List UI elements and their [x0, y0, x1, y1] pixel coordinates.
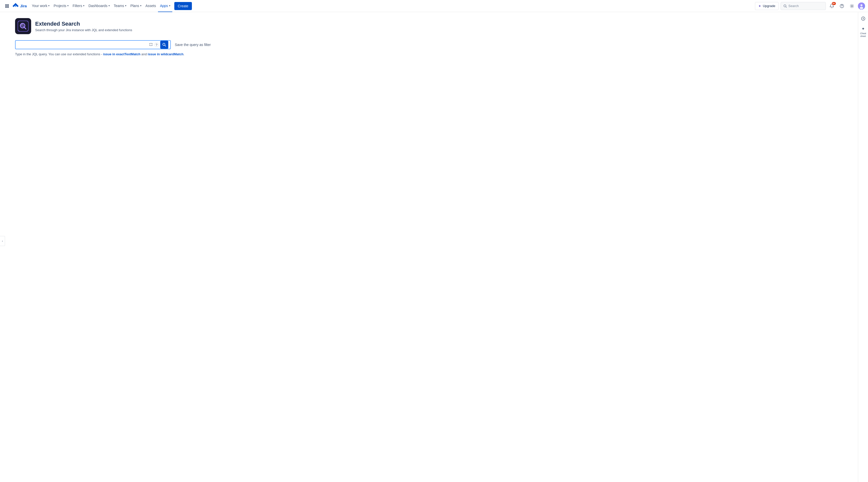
svg-rect-0: [5, 4, 6, 5]
main-wrapper: Extended Search Search through your Jira…: [0, 12, 868, 482]
nav-label: Dashboards: [88, 4, 107, 8]
svg-line-10: [786, 6, 787, 7]
notification-badge: 9+: [832, 2, 836, 5]
jql-input[interactable]: [18, 43, 148, 47]
navbar-right: ✦ Upgrade 9+: [755, 2, 865, 10]
nav-label: Plans: [130, 4, 139, 8]
search-bar-area: ? Save the query as filter: [15, 40, 858, 49]
create-button[interactable]: Create: [174, 2, 192, 10]
svg-rect-7: [6, 7, 7, 8]
svg-rect-3: [5, 5, 6, 6]
svg-rect-1: [6, 4, 7, 5]
jira-logo-text: Jira: [20, 4, 27, 8]
nav-item-projects[interactable]: Projects▾: [52, 0, 70, 12]
svg-point-15: [861, 4, 863, 6]
nav-label: Assets: [146, 4, 156, 8]
upgrade-star-icon: ✦: [758, 4, 761, 8]
svg-line-24: [165, 45, 166, 46]
exact-text-match-link[interactable]: issue in exactTextMatch: [103, 52, 141, 56]
app-icon-inner: [18, 21, 29, 32]
nav-label: Filters: [72, 4, 82, 8]
upgrade-label: Upgrade: [763, 4, 775, 8]
svg-rect-2: [8, 4, 9, 5]
global-search[interactable]: [781, 2, 826, 10]
avatar-initials: [858, 2, 865, 9]
svg-rect-6: [5, 7, 6, 8]
nav-label: Projects: [54, 4, 66, 8]
gear-icon: [850, 4, 854, 8]
navbar: Jira Your work▾Projects▾Filters▾Dashboar…: [0, 0, 868, 12]
jql-search-button[interactable]: [160, 41, 168, 49]
help-inline-icon[interactable]: ?: [154, 42, 159, 47]
nav-item-teams[interactable]: Teams▾: [112, 0, 128, 12]
svg-point-13: [851, 5, 852, 6]
nav-item-dashboards[interactable]: Dashboards▾: [86, 0, 112, 12]
nav-item-plans[interactable]: Plans▾: [128, 0, 144, 12]
app-logo-svg: [18, 21, 28, 31]
app-info: Extended Search Search through your Jira…: [35, 21, 132, 32]
chevron-down-icon: ▾: [169, 4, 170, 7]
panel-collapse-button[interactable]: [860, 15, 867, 23]
upgrade-button[interactable]: ✦ Upgrade: [755, 2, 779, 10]
save-filter-button[interactable]: Save the query as filter: [173, 40, 213, 49]
app-title: Extended Search: [35, 21, 132, 27]
search-btn-icon: [162, 43, 166, 47]
chevron-down-icon: ▾: [67, 4, 68, 7]
sidebar-toggle-button[interactable]: ‹: [0, 236, 5, 246]
svg-point-9: [784, 4, 786, 7]
help-button[interactable]: [838, 2, 846, 10]
expand-icon[interactable]: [149, 43, 153, 47]
main-content: Extended Search Search through your Jira…: [5, 12, 868, 482]
help-icon: [840, 4, 844, 8]
svg-rect-5: [8, 5, 9, 6]
jql-input-wrapper: ?: [15, 40, 171, 49]
apps-grid-button[interactable]: [3, 2, 11, 10]
help-text: Type in the JQL query. You can use our e…: [15, 52, 858, 56]
nav-label: Teams: [114, 4, 124, 8]
search-icon: [783, 4, 787, 8]
nav-label: Apps: [160, 4, 168, 8]
app-subtitle: Search through your Jira instance with J…: [35, 28, 132, 32]
nav-items: Your work▾Projects▾Filters▾Dashboards▾Te…: [30, 0, 172, 12]
nav-item-assets[interactable]: Assets: [144, 0, 158, 12]
svg-rect-8: [8, 7, 9, 8]
wildcard-match-link[interactable]: issue in wildcardMatch: [148, 52, 183, 56]
navbar-left: Jira Your work▾Projects▾Filters▾Dashboar…: [3, 0, 754, 12]
chevron-down-icon: ▾: [83, 4, 84, 7]
cheat-sheet-icon: ✦: [862, 26, 865, 31]
nav-label: Your work: [32, 4, 48, 8]
chevron-down-icon: ▾: [48, 4, 50, 7]
right-panel: ✦ Cheat sheet: [858, 12, 868, 482]
search-input[interactable]: [788, 4, 818, 8]
cheat-sheet-label: Cheat sheet: [860, 32, 867, 38]
chevron-down-icon: ▾: [140, 4, 142, 7]
settings-button[interactable]: [848, 2, 856, 10]
nav-item-apps[interactable]: Apps▾: [158, 0, 172, 12]
app-icon: [15, 18, 31, 34]
app-header: Extended Search Search through your Jira…: [15, 18, 858, 34]
cheat-sheet-button[interactable]: ✦ Cheat sheet: [858, 25, 868, 39]
nav-item-your-work[interactable]: Your work▾: [30, 0, 52, 12]
svg-point-16: [860, 7, 863, 9]
avatar[interactable]: [858, 2, 865, 9]
chevron-left-icon: ‹: [2, 240, 3, 242]
collapse-panel-icon: [861, 17, 865, 21]
svg-rect-4: [6, 5, 7, 6]
chevron-down-icon: ▾: [108, 4, 110, 7]
help-prefix: Type in the JQL query. You can use our e…: [15, 52, 103, 56]
nav-item-filters[interactable]: Filters▾: [70, 0, 86, 12]
help-suffix: .: [183, 52, 184, 56]
jira-logo[interactable]: Jira: [12, 2, 27, 9]
help-middle: and: [141, 52, 148, 56]
chevron-down-icon: ▾: [125, 4, 126, 7]
notifications-button[interactable]: 9+: [828, 2, 836, 10]
